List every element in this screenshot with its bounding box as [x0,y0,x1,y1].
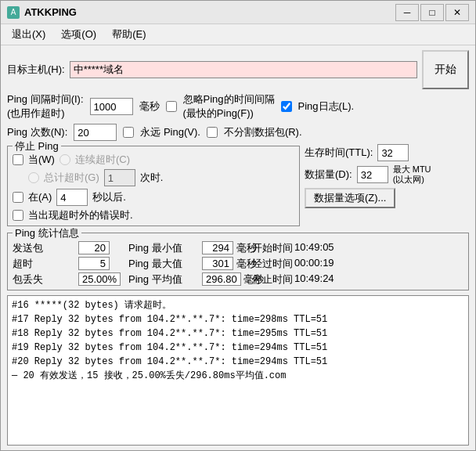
stats-box: Ping 统计信息 发送包 20 Ping 最小值 294 毫秒 开始时间 10… [7,233,469,290]
ping-log-label: Ping日志(L). [298,99,355,114]
target-host-input[interactable] [70,61,417,78]
maximize-button[interactable]: □ [420,4,444,21]
log-line-5: — 20 有效发送，15 接收，25.00%丢失/296.80ms平均值.com [12,369,464,383]
app-icon: A [7,6,20,19]
timeout-value: 5 [78,257,125,271]
nodiv-label: 不分割数据包(R). [224,125,302,139]
elapsed-label: 经过时间 [252,257,291,271]
log-line-0: #16 *****(32 bytes) 请求超时。 [12,298,464,312]
elapsed-value: 00:00:19 [294,257,373,271]
log-line-3: #19 Reply 32 bytes from 104.2**.**.7*: t… [12,341,464,355]
in-unit-label: 秒以后. [92,190,126,204]
sent-value: 20 [78,241,125,255]
menu-exit[interactable]: 退出(X) [4,26,53,43]
ping-interval-input[interactable] [90,98,133,115]
log-line-4: #20 Reply 32 bytes from 104.2**.**.7*: t… [12,355,464,369]
stop-ping-group: 停止 Ping 当(W) 连续超时(C) 总计超时(G) 次时. [7,146,300,226]
main-window: A ATKKPING ─ □ ✕ 退出(X) 选项(O) 帮助(E) 目标主机(… [0,0,476,451]
data-label: 数据量(D): [305,168,352,182]
in-label: 在(A) [28,190,52,204]
max-value: 301 毫秒 [202,257,249,271]
stop-ping-title: 停止 Ping [13,139,61,153]
lower-panels: 停止 Ping 当(W) 连续超时(C) 总计超时(G) 次时. [7,144,469,226]
loss-label: 包丢失 [13,272,75,287]
mtu-label: 最大 MTU (以太网) [393,164,431,185]
continuous-timeout-radio[interactable] [60,154,70,165]
stats-title: Ping 统计信息 [13,226,81,240]
ping-log-checkbox[interactable] [281,101,292,112]
total-timeout-label: 总计超时(G) [44,171,99,185]
when-checkbox[interactable] [13,154,23,165]
target-host-label: 目标主机(H): [7,63,65,77]
menu-options[interactable]: 选项(O) [53,26,104,43]
menu-bar: 退出(X) 选项(O) 帮助(E) [1,24,475,45]
ttl-input[interactable] [377,144,409,161]
forever-ping-label: 永远 Ping(V). [140,125,200,139]
ttl-label: 生存时间(TTL): [305,146,373,160]
ping-count-row: Ping 次数(N): 永远 Ping(V). 不分割数据包(R). [7,124,469,141]
title-bar: A ATKKPING ─ □ ✕ [1,1,475,24]
main-content: 目标主机(H): 开始 Ping 间隔时间(I): (也用作超时) 毫秒 忽略P… [1,45,475,450]
in-checkbox[interactable] [13,192,23,203]
stop-time-label: 停止时间 [252,272,291,287]
ping-interval-unit: 毫秒 [139,99,160,114]
log-box: #16 *****(32 bytes) 请求超时。 #17 Reply 32 b… [7,295,469,446]
data-opts-button[interactable]: 数据量选项(Z)... [305,188,395,208]
log-line-2: #18 Reply 32 bytes from 104.2**.**.7*: t… [12,327,464,341]
minimize-button[interactable]: ─ [395,4,419,21]
log-line-1: #17 Reply 32 bytes from 104.2**.**.7*: t… [12,312,464,327]
target-host-row: 目标主机(H): 开始 [7,50,469,89]
ping-interval-label: Ping 间隔时间(I): (也用作超时) [7,92,84,121]
ping-interval-row: Ping 间隔时间(I): (也用作超时) 毫秒 忽略Ping的时间间隔 (最快… [7,92,469,121]
close-button[interactable]: ✕ [445,4,469,21]
timeout-label: 超时 [13,257,75,271]
ping-count-label: Ping 次数(N): [7,125,67,139]
total-timeout-radio[interactable] [28,172,39,183]
start-time-value: 10:49:05 [294,241,373,255]
error-checkbox[interactable] [13,210,23,221]
stop-time-value: 10:49:24 [294,272,373,287]
nodiv-checkbox[interactable] [207,127,218,138]
window-title: ATKKPING [24,6,77,18]
continuous-timeout-label: 连续超时(C) [75,153,130,167]
menu-help[interactable]: 帮助(E) [104,26,153,43]
forever-ping-checkbox[interactable] [123,127,134,138]
start-button[interactable]: 开始 [422,50,469,89]
ignore-ping-label: 忽略Ping的时间间隔 (最快的Ping(F)) [183,92,275,121]
in-value-input[interactable] [56,189,88,206]
times-label: 次时. [140,171,164,185]
min-value: 294 毫秒 [202,241,249,255]
ping-count-input[interactable] [74,124,117,141]
when-label: 当(W) [28,153,55,167]
times-input[interactable] [104,169,135,186]
stats-grid: 发送包 20 Ping 最小值 294 毫秒 开始时间 10:49:05 超时 … [13,241,463,287]
loss-value: 25.00% [78,272,125,287]
min-label: Ping 最小值 [128,241,199,255]
sent-label: 发送包 [13,241,75,255]
avg-value: 296.80 毫秒 [202,272,249,287]
ignore-ping-checkbox[interactable] [166,101,177,112]
max-label: Ping 最大值 [128,257,199,271]
start-time-label: 开始时间 [252,241,291,255]
error-label: 当出现超时外的错误时. [28,208,133,222]
avg-label: Ping 平均值 [128,272,199,287]
data-input[interactable] [357,166,388,183]
right-panel: 生存时间(TTL): 数据量(D): 最大 MTU (以太网) 数据量选项(Z)… [305,144,469,226]
